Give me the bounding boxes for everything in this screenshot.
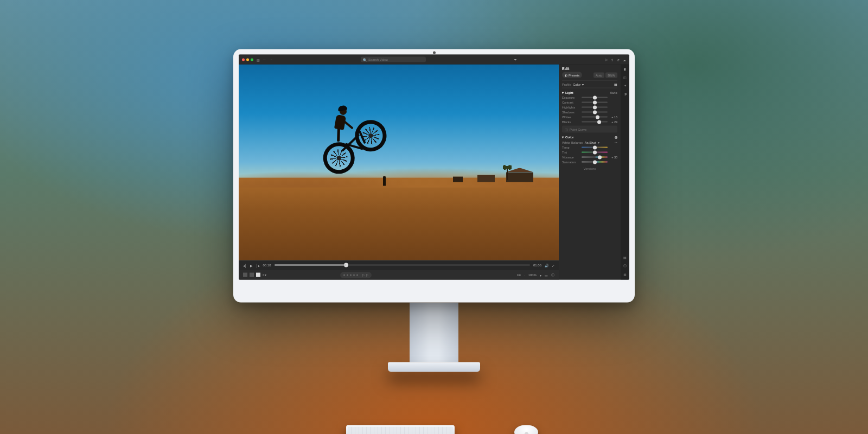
crop-icon[interactable]: ◫ (623, 75, 627, 79)
history-icon[interactable]: ↺ (617, 58, 620, 61)
view-compare-icon[interactable] (250, 273, 254, 277)
expand-icon[interactable]: ⤢ (552, 263, 554, 267)
slider-label: Shadows (562, 111, 579, 114)
next-frame-icon[interactable]: │▸ (256, 263, 260, 267)
profile-grid-icon[interactable]: ▦ (614, 82, 617, 86)
scrubber-track[interactable] (275, 265, 530, 266)
slider-track[interactable] (582, 97, 608, 98)
photo-canvas[interactable] (239, 65, 559, 260)
auto-label[interactable]: Auto (610, 91, 617, 94)
original-toggle-icon[interactable]: ▭ (545, 273, 548, 277)
slider-track[interactable] (582, 162, 608, 163)
slider-label: Vibrance (562, 156, 579, 159)
white-balance-row[interactable]: White Balance As Shot ▾ ✑ (562, 141, 617, 144)
section-light: ▾ Light Auto ExposureContrastHighlightsS… (562, 91, 617, 133)
mouse (514, 425, 538, 434)
slider-thumb[interactable] (598, 155, 602, 159)
chevron-down-icon: ▾ (598, 141, 599, 144)
slider-track[interactable] (582, 107, 608, 108)
slider-saturation[interactable]: Saturation (562, 161, 617, 164)
section-color-header[interactable]: ▾ Color ◎ (562, 135, 617, 139)
slider-thumb[interactable] (597, 120, 601, 124)
fit-label[interactable]: Fit (517, 273, 521, 277)
volume-icon[interactable]: 🔊 (545, 263, 548, 267)
minimize-icon[interactable] (246, 58, 249, 61)
slider-shadows[interactable]: Shadows (562, 111, 617, 114)
slider-tint[interactable]: Tint (562, 151, 617, 154)
profile-value: Color (573, 82, 580, 86)
scrubber-knob[interactable] (344, 263, 348, 267)
heal-icon[interactable]: ✦ (624, 84, 627, 87)
point-curve-button[interactable]: ◫ Point Curve (562, 126, 617, 133)
back-icon[interactable]: ← (263, 58, 266, 61)
presets-button[interactable]: ◐ Presets (562, 72, 582, 78)
slider-track[interactable] (582, 147, 608, 148)
fullscreen-icon[interactable] (251, 58, 253, 61)
chevron-down-icon: ▾ (562, 135, 564, 139)
slider-thumb[interactable] (593, 160, 597, 164)
rating-flag-bar[interactable]: ⚐ ⚐ (340, 272, 372, 278)
histogram-icon[interactable]: ▤ (623, 256, 627, 259)
slider-vibrance[interactable]: Vibrance+ 30 (562, 156, 617, 159)
search-icon: 🔍 (363, 58, 367, 61)
tag-icon[interactable]: ⚐ (605, 58, 608, 61)
keyword-icon[interactable]: ⌘ (623, 273, 627, 277)
tool-strip: 🎚 ◫ ✦ ◑ ▤ ⓘ ⌘ (621, 65, 629, 280)
auto-button[interactable]: Auto (593, 72, 604, 78)
slider-exposure[interactable]: Exposure (562, 96, 617, 99)
prev-frame-icon[interactable]: ◂│ (243, 263, 247, 267)
slider-thumb[interactable] (593, 105, 597, 109)
slider-track[interactable] (582, 102, 608, 103)
panel-title: Edit (562, 67, 617, 71)
slider-label: Temp (562, 146, 579, 149)
slider-thumb[interactable] (593, 95, 597, 99)
sidebar-toggle-icon[interactable]: ▥ (257, 58, 260, 61)
slider-track[interactable] (582, 157, 608, 158)
bw-button[interactable]: B&W (605, 72, 617, 78)
slider-track[interactable] (582, 122, 608, 123)
slider-thumb[interactable] (593, 150, 597, 154)
edit-slider-icon[interactable]: 🎚 (623, 68, 627, 71)
slider-value: + 16 (610, 116, 617, 119)
cloud-icon[interactable]: ☁ (623, 58, 626, 61)
slider-contrast[interactable]: Contrast (562, 101, 617, 104)
zoom-chevron-icon[interactable]: ▾ (540, 273, 541, 277)
color-mixer-icon[interactable]: ◎ (615, 135, 617, 139)
section-color: ▾ Color ◎ White Balance As Shot ▾ ✑ Temp… (562, 135, 617, 164)
view-single-icon[interactable] (256, 273, 260, 277)
slider-blacks[interactable]: Blacks+ 24 (562, 120, 617, 124)
slider-temp[interactable]: Temp (562, 146, 617, 149)
close-icon[interactable] (242, 58, 245, 61)
slider-thumb[interactable] (596, 115, 599, 119)
versions-button[interactable]: Versions (562, 167, 617, 170)
share-icon[interactable]: ⇪ (611, 58, 614, 61)
play-icon[interactable]: ▶ (250, 263, 253, 267)
slider-whites[interactable]: Whites+ 16 (562, 116, 617, 119)
video-timeline[interactable]: ◂│ ▶ │▸ 00:18 01:06 🔊 ⤢ (239, 260, 559, 270)
sort-icon[interactable]: ≡▾ (263, 273, 266, 277)
app-window: ▥ ← → 🔍 Search Video ⏷ ⚐ ⇪ ↺ ☁ (239, 55, 629, 280)
window-controls[interactable] (242, 58, 253, 61)
eyedropper-icon[interactable]: ✑ (615, 141, 617, 144)
slider-thumb[interactable] (593, 110, 597, 114)
mask-icon[interactable]: ◑ (624, 92, 627, 95)
slider-track[interactable] (582, 112, 608, 113)
search-input[interactable]: 🔍 Search Video (361, 57, 426, 62)
filter-icon[interactable]: ⏷ (514, 58, 517, 61)
time-current: 00:18 (263, 264, 271, 267)
slider-highlights[interactable]: Highlights (562, 106, 617, 109)
slider-label: Exposure (562, 96, 579, 99)
slider-track[interactable] (582, 152, 608, 153)
slider-thumb[interactable] (593, 145, 597, 149)
chevron-down-icon: ▾ (582, 82, 584, 86)
profile-row[interactable]: Profile Color ▾ ▦ (562, 80, 617, 88)
section-light-header[interactable]: ▾ Light Auto (562, 91, 617, 94)
forward-icon[interactable]: → (270, 58, 273, 61)
slider-track[interactable] (582, 117, 608, 118)
zoom-pct[interactable]: 100% (528, 273, 537, 277)
slider-thumb[interactable] (593, 100, 597, 104)
metadata-icon[interactable]: ⓘ (623, 264, 627, 269)
view-grid-icon[interactable] (243, 273, 247, 277)
subject-biker (315, 97, 399, 181)
info-toggle-icon[interactable]: ⓘ (551, 272, 554, 277)
